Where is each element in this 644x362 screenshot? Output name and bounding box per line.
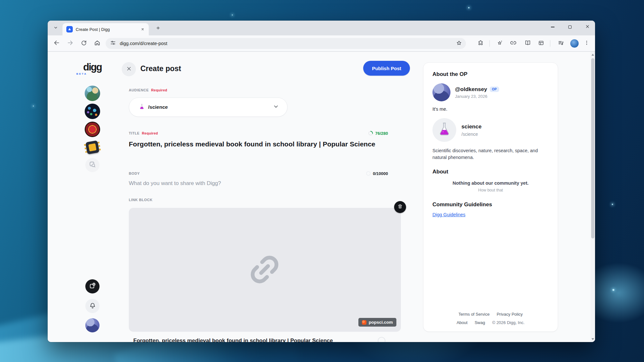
- forward-button[interactable]: [64, 38, 76, 49]
- new-tab-button[interactable]: [154, 24, 162, 33]
- community-avatar-technology[interactable]: [85, 104, 100, 119]
- desktop: Create Post | Digg: [0, 0, 644, 362]
- profile-button[interactable]: [569, 38, 580, 49]
- chevron-down-icon: [273, 104, 279, 111]
- title-field[interactable]: Forgotten, priceless medieval book found…: [129, 139, 383, 149]
- compose-post-button[interactable]: [85, 279, 99, 293]
- discover-communities-button[interactable]: [85, 158, 99, 172]
- digg-logo-text: digg: [66, 62, 119, 72]
- community-avatar-gaming[interactable]: [85, 86, 100, 101]
- toolbar-divider: [550, 40, 550, 47]
- digg-logo[interactable]: digg BETA: [66, 62, 119, 75]
- scroll-up-arrow-icon[interactable]: [592, 54, 594, 56]
- digg-beta-label: BETA: [66, 72, 119, 75]
- title-counter: 76/280: [368, 131, 388, 136]
- media-playlist-button[interactable]: [555, 38, 567, 49]
- community-description: Scientific discoveries, nature, research…: [432, 147, 549, 161]
- window-maximize-button[interactable]: [564, 22, 576, 32]
- browser-toolbar: digg.com/d/create-post: [48, 35, 595, 51]
- wallpaper-sparkle: [468, 7, 469, 8]
- community-row[interactable]: science /science: [432, 118, 549, 142]
- extension-link-button[interactable]: [507, 38, 519, 49]
- link-domain-badge: popsci.com: [358, 318, 396, 327]
- footer-about-link[interactable]: About: [457, 320, 468, 325]
- chevron-down-icon: [53, 25, 58, 31]
- reload-button[interactable]: [78, 38, 90, 49]
- composer: Create post Publish Post AUDIENCE Requir…: [122, 52, 410, 342]
- maximize-icon: [568, 25, 572, 29]
- body-label-row: BODY 0/10000: [129, 171, 388, 176]
- body-field[interactable]: What do you want to share with Digg?: [129, 180, 383, 187]
- op-badge: OP: [490, 87, 499, 92]
- back-arrow-icon: [53, 40, 60, 47]
- tab-close-icon[interactable]: [140, 26, 146, 32]
- link-caption: Forgotten, priceless medieval book found…: [133, 338, 384, 342]
- guidelines-heading: Community Guidelines: [432, 201, 549, 208]
- tab-strip: Create Post | Digg: [48, 21, 595, 35]
- card-footer: Terms of Service Privacy Policy About Sw…: [423, 312, 558, 325]
- profile-avatar: [570, 39, 579, 48]
- reading-list-button[interactable]: [522, 38, 534, 49]
- digg-favicon-icon: [66, 26, 73, 32]
- audience-dropdown[interactable]: /science: [129, 97, 288, 117]
- wallpaper-sparkle: [33, 106, 34, 107]
- sparkle-star-icon: [497, 40, 503, 47]
- audience-label-row: AUDIENCE Required: [129, 88, 388, 92]
- footer-terms-link[interactable]: Terms of Service: [459, 312, 490, 317]
- wallpaper-sparkle: [612, 204, 613, 205]
- op-bio: It's me.: [432, 107, 549, 112]
- close-icon: [585, 24, 590, 30]
- notifications-button[interactable]: [85, 299, 99, 313]
- publish-post-button[interactable]: Publish Post: [363, 61, 410, 76]
- menu-dots-icon: [584, 40, 590, 47]
- page-scrollbar[interactable]: [591, 52, 595, 342]
- community-avatar-football[interactable]: [85, 122, 100, 137]
- tab-title: Create Post | Digg: [76, 27, 140, 32]
- audience-value: /science: [148, 104, 168, 110]
- empty-state-title: Nothing about our community yet.: [432, 181, 549, 186]
- window-minimize-button[interactable]: [546, 22, 559, 32]
- popsci-favicon-icon: [362, 320, 366, 325]
- back-button[interactable]: [51, 38, 62, 49]
- address-bar[interactable]: digg.com/d/create-post: [106, 38, 466, 49]
- op-username[interactable]: @oldkensey: [455, 86, 487, 93]
- title-label-row: TITLE Required 76/280: [129, 131, 388, 136]
- window-close-button[interactable]: [581, 22, 594, 32]
- user-avatar[interactable]: [85, 318, 99, 332]
- footer-swag-link[interactable]: Swag: [475, 320, 485, 325]
- community-avatar-hardware[interactable]: [85, 140, 100, 155]
- body-label: BODY: [129, 172, 140, 175]
- close-x-icon: [126, 66, 132, 73]
- close-composer-button[interactable]: [122, 62, 136, 76]
- tab-search-button[interactable]: [52, 24, 60, 32]
- community-name[interactable]: science: [461, 124, 481, 130]
- wallpaper-sparkle: [612, 289, 614, 291]
- bookmark-star-icon[interactable]: [456, 40, 462, 47]
- home-button[interactable]: [91, 38, 103, 49]
- scroll-down-arrow-icon[interactable]: [592, 338, 594, 340]
- digg-create-post-page: digg BETA: [48, 52, 595, 342]
- body-counter-progress-icon: [366, 171, 371, 176]
- flask-icon: [139, 104, 145, 111]
- title-counter-progress-icon: [368, 131, 373, 136]
- site-info-icon[interactable]: [110, 40, 116, 47]
- remove-link-button[interactable]: [394, 201, 406, 213]
- empty-state-subtitle: How bout that: [432, 188, 549, 192]
- layout-table-button[interactable]: [535, 38, 547, 49]
- link-icon: [510, 40, 516, 47]
- forward-arrow-icon: [67, 40, 73, 47]
- extension-sparkle-button[interactable]: [494, 38, 506, 49]
- url-text[interactable]: digg.com/d/create-post: [120, 41, 456, 46]
- browser-menu-button[interactable]: [581, 38, 592, 49]
- flask-icon: [437, 122, 452, 138]
- op-date: January 23, 2026: [455, 94, 499, 99]
- extensions-puzzle-icon: [478, 40, 484, 47]
- op-avatar[interactable]: [432, 83, 450, 101]
- digg-guidelines-link[interactable]: Digg Guidelines: [432, 212, 465, 217]
- footer-privacy-link[interactable]: Privacy Policy: [497, 312, 523, 317]
- extensions-button[interactable]: [475, 38, 486, 49]
- chip-icon: [85, 140, 99, 154]
- scrollbar-thumb[interactable]: [591, 58, 594, 238]
- about-op-card: About the OP @oldkensey OP January 23, 2…: [423, 62, 558, 332]
- browser-tab[interactable]: Create Post | Digg: [62, 23, 149, 35]
